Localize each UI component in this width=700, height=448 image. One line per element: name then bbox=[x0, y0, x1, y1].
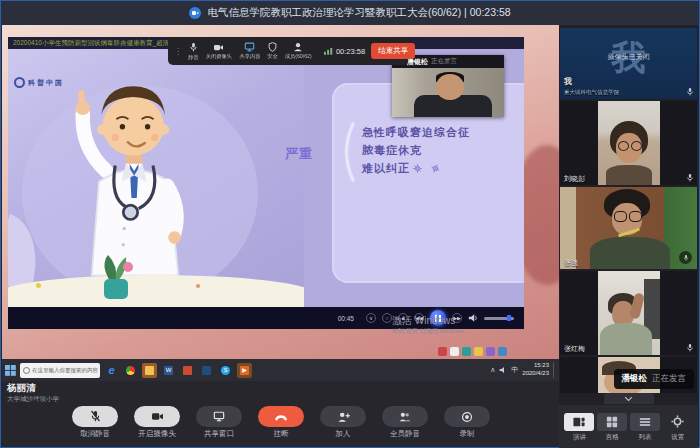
wave-decor bbox=[8, 275, 304, 307]
show-desktop-button[interactable] bbox=[553, 362, 557, 378]
meeting-timer: 00:23:58 bbox=[324, 47, 365, 56]
meeting-app-icon bbox=[189, 7, 201, 19]
add-person-icon bbox=[337, 411, 350, 423]
speaker-camera-window[interactable]: 潘银松 正在发言 bbox=[392, 55, 504, 117]
signal-icon bbox=[324, 47, 333, 55]
participant-tile[interactable]: 刘晓彭 bbox=[560, 101, 697, 185]
desktop-icon[interactable] bbox=[498, 347, 507, 356]
speaker-view-icon bbox=[572, 416, 586, 428]
virus-icon bbox=[413, 164, 422, 173]
desktop-icon[interactable] bbox=[474, 347, 483, 356]
desktop-icon[interactable] bbox=[450, 347, 459, 356]
photos-icon[interactable] bbox=[180, 363, 195, 378]
members-icon bbox=[293, 42, 303, 52]
participant-video bbox=[560, 187, 697, 269]
player-loop-button[interactable]: ○ bbox=[382, 313, 392, 323]
grid-view-button[interactable]: 宫格 bbox=[597, 413, 627, 442]
slide-line: 脓毒症休克 bbox=[362, 141, 470, 159]
speaker-video bbox=[392, 68, 504, 117]
camera-toggle-button[interactable]: 关闭摄像头 bbox=[205, 43, 233, 60]
desktop-icons-row bbox=[438, 347, 507, 356]
skype-icon[interactable]: S bbox=[218, 363, 233, 378]
unmute-button[interactable]: 取消静音 bbox=[72, 406, 118, 446]
meeting-controls: 取消静音 开启摄像头 bbox=[2, 402, 560, 446]
virus-icon bbox=[430, 162, 442, 174]
taskbar-search-input[interactable]: 在这里输入你要搜索的内容 bbox=[20, 363, 100, 378]
hangup-button[interactable]: 挂断 bbox=[258, 406, 304, 446]
speaker-status: 正在发言 bbox=[431, 57, 457, 66]
ime-indicator[interactable]: 中 bbox=[511, 365, 518, 375]
edge-icon[interactable]: e bbox=[104, 363, 119, 378]
mic-icon bbox=[686, 173, 694, 183]
glasses bbox=[618, 141, 629, 151]
mute-all-button[interactable]: 全员静音 bbox=[382, 406, 428, 446]
explorer-icon[interactable] bbox=[142, 363, 157, 378]
tray-chevron-icon[interactable]: ∧ bbox=[490, 366, 495, 374]
slide-text-block: 急性呼吸窘迫综合征 脓毒症休克 难以纠正 bbox=[362, 123, 470, 177]
speaker-view-button[interactable]: 演讲 bbox=[564, 413, 594, 442]
search-icon bbox=[23, 367, 30, 374]
speaking-status: 正在发言 bbox=[652, 373, 686, 385]
participant-tile[interactable]: 张红梅 bbox=[560, 271, 697, 355]
volume-slider[interactable] bbox=[484, 317, 514, 320]
tile-collapse-row bbox=[559, 393, 698, 405]
camera-icon bbox=[151, 411, 164, 422]
tray-speaker-icon[interactable] bbox=[499, 366, 507, 374]
shield-icon bbox=[268, 42, 277, 52]
participants-sidebar: 我 摄像头已关闭 我 重大城科电气信息学院 bbox=[559, 25, 698, 446]
settings-button[interactable]: 设置 bbox=[663, 413, 693, 442]
presenter-name: 杨丽清 bbox=[7, 382, 59, 393]
screen-share-icon bbox=[244, 42, 255, 52]
mute-all-icon bbox=[398, 411, 412, 423]
record-button[interactable]: 录制 bbox=[444, 406, 490, 446]
player-option-button[interactable]: ∨ bbox=[366, 313, 376, 323]
word-icon[interactable]: W bbox=[161, 363, 176, 378]
participant-tile-me[interactable]: 我 摄像头已关闭 我 重大城科电气信息学院 bbox=[560, 28, 697, 99]
taskbar-clock[interactable]: 15:23 2020/4/23 bbox=[522, 362, 549, 378]
slide-line: 难以纠正 bbox=[362, 159, 470, 177]
windows-start-icon[interactable] bbox=[5, 365, 16, 376]
drag-handle-icon[interactable]: ⋮ bbox=[174, 47, 182, 56]
list-view-button[interactable]: 列表 bbox=[630, 413, 660, 442]
chrome-icon[interactable] bbox=[123, 363, 138, 378]
desktop-icon[interactable] bbox=[486, 347, 495, 356]
add-person-button[interactable]: 加人 bbox=[320, 406, 366, 446]
video-filename: 20200410小学生预防新型冠状病毒肺炎健康教育_超清 bbox=[13, 39, 169, 46]
shared-taskbar: 在这里输入你要搜索的内容 e W S ▶ ∧ 中 15:23 bbox=[2, 359, 560, 381]
glasses bbox=[631, 141, 642, 151]
plant-decor bbox=[92, 251, 140, 303]
titlebar[interactable]: 电气信息学院教职工政治理论学习暨教职工大会(60/62) | 00:23:58 bbox=[1, 1, 699, 25]
mic-icon bbox=[189, 42, 198, 53]
end-share-button[interactable]: 结束共享 bbox=[371, 43, 415, 59]
mic-icon bbox=[686, 87, 694, 97]
chevron-down-icon bbox=[624, 396, 633, 402]
security-button[interactable]: 安全 bbox=[267, 42, 278, 60]
hangup-icon bbox=[274, 412, 288, 422]
glasses bbox=[614, 211, 627, 222]
participant-tile[interactable]: 张强 bbox=[560, 187, 697, 269]
members-button[interactable]: 成员(60/62) bbox=[284, 42, 312, 60]
view-layout-bar: 演讲 宫格 列表 bbox=[559, 405, 698, 448]
share-window-button[interactable]: 共享窗口 bbox=[196, 406, 242, 446]
collapse-button[interactable] bbox=[604, 393, 654, 404]
share-toolbar: ⋮ 静音 关闭摄像头 bbox=[168, 37, 408, 65]
participant-name: 张强 bbox=[564, 258, 578, 267]
record-icon bbox=[461, 411, 473, 423]
main-stage: 20200410小学生预防新型冠状病毒肺炎健康教育_超清 科普中国 bbox=[2, 25, 560, 446]
start-camera-button[interactable]: 开启摄像头 bbox=[134, 406, 180, 446]
system-tray: ∧ 中 15:23 2020/4/23 bbox=[490, 362, 557, 378]
participant-org: 重大城科电气信息学院 bbox=[564, 88, 619, 96]
camera-off-text: 摄像头已关闭 bbox=[560, 52, 697, 62]
mail-icon[interactable] bbox=[199, 363, 214, 378]
media-player-icon[interactable]: ▶ bbox=[237, 363, 252, 378]
presenter-info: 杨丽清 大学城沙坪坝小学 bbox=[7, 382, 59, 403]
window-title: 电气信息学院教职工政治理论学习暨教职工大会(60/62) | 00:23:58 bbox=[207, 6, 510, 20]
share-content-button[interactable]: 共享内容 bbox=[239, 42, 261, 60]
desktop-icon[interactable] bbox=[438, 347, 447, 356]
grid-view-icon bbox=[606, 416, 618, 428]
participant-name: 刘晓彭 bbox=[564, 174, 585, 183]
mute-button[interactable]: 静音 bbox=[188, 42, 199, 61]
screen-share-icon bbox=[213, 411, 225, 422]
mic-muted-icon bbox=[90, 410, 101, 423]
desktop-icon[interactable] bbox=[462, 347, 471, 356]
